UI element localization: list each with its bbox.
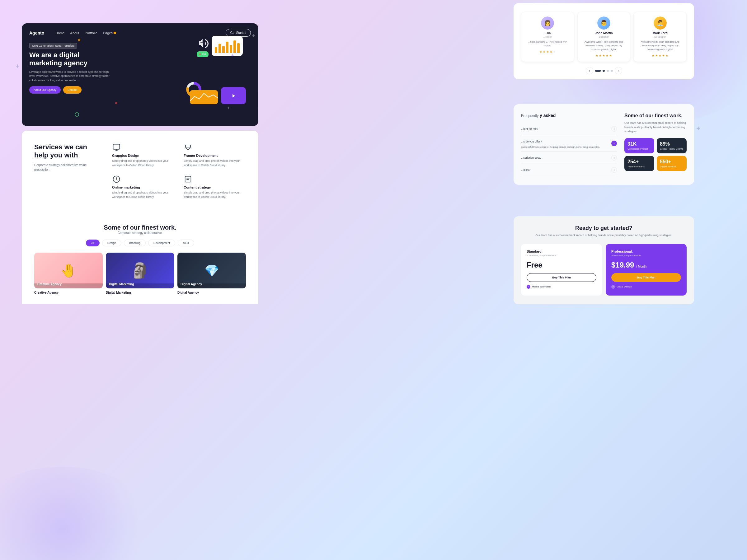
chart-bar-1 [215, 47, 217, 53]
nav-link-portfolio[interactable]: Portfolio [85, 31, 97, 35]
about-agency-button[interactable]: About Our Agency [29, 86, 61, 94]
testimonial-card-1: 👨 John Mortin Designer Awesome work! Hig… [577, 12, 630, 62]
hero-title: We are a digital marketing agency [29, 51, 110, 68]
service-item-framer: Framer Development Simply drag and drop … [184, 143, 246, 167]
nav-link-home[interactable]: Home [55, 31, 65, 35]
plan-buy-standard[interactable]: Buy This Plan [526, 273, 596, 282]
pricing-grid: Standard A beautiful, simple website. Fr… [521, 244, 687, 296]
faq-question-0: ...ight for me? [521, 127, 538, 130]
portfolio-label-1: Digital Marketing [106, 284, 174, 288]
hero-section: Agento Home About Portfolio Pages Get St… [22, 23, 258, 126]
hero-deco-dot [78, 39, 80, 42]
nav-logo: Agento [29, 30, 44, 35]
faq-question-2: ...scription cost? [521, 156, 541, 159]
faq-toggle-0[interactable]: + [611, 126, 617, 132]
portfolio-item-0[interactable]: 🤚 Creative Agency [34, 252, 103, 288]
reviewer-name-2: Mark Ford [638, 31, 682, 35]
stat-card-digital: 550+ Digital Product [657, 156, 687, 171]
portfolio-item-1[interactable]: 🗿 Digital Marketing [106, 252, 174, 288]
filter-tab-development[interactable]: Development [148, 240, 175, 246]
service-name-1: Framer Development [184, 154, 246, 157]
services-title-col: Services we can help you with Corporate … [34, 143, 103, 207]
carousel-dot-2[interactable] [607, 70, 609, 72]
portfolio-label-0: Creative Agency [34, 284, 103, 288]
marketing-icon [112, 175, 121, 184]
nav-link-about[interactable]: About [70, 31, 79, 35]
stat-card-clients: 89% Global Happy Clients [657, 138, 687, 153]
carousel-prev[interactable]: ‹ [586, 67, 593, 74]
stat-label-3: Digital Product [660, 165, 684, 168]
deco-plus-1: + [16, 62, 20, 70]
pricing-card-professional: Professional. A beautiful, simple websit… [606, 244, 687, 296]
wave-card [190, 90, 218, 104]
chart-card [212, 36, 243, 56]
carousel-dot-0[interactable] [595, 70, 601, 72]
heart-icon: ♥ [199, 53, 201, 56]
hero-description: Leverage agile frameworks to provide a r… [29, 70, 113, 83]
check-icon-standard-0: ✓ [526, 285, 531, 289]
faq-toggle-2[interactable]: + [611, 155, 617, 161]
reviewer-text-2: Awesome work! High standard and excellen… [638, 40, 682, 51]
carousel-next[interactable]: › [615, 67, 622, 74]
stat-number-3: 550+ [660, 159, 684, 165]
carousel-controls: ‹ › [521, 67, 687, 74]
pricing-card-standard: Standard A beautiful, simple website. Fr… [521, 244, 602, 296]
wave-graph [190, 90, 218, 104]
carousel-dot-3[interactable] [611, 70, 613, 72]
service-desc-1: Simply drag and drop photos videos into … [184, 159, 246, 167]
stars-0: ★ ★ ★ ★ ★ [526, 50, 570, 54]
faq-stats-section: Frequently y asked ...ight for me? + ...… [514, 104, 694, 185]
price-period: / Month [636, 265, 646, 268]
service-item-content: Content strategy Simply drag and drop ph… [184, 175, 246, 199]
carousel-dot-1[interactable] [602, 70, 605, 72]
stat-label-2: Team Members [627, 165, 651, 168]
filter-tab-design[interactable]: Design [102, 240, 121, 246]
reviewer-name-1: John Mortin [582, 31, 626, 35]
hero-deco-circle [75, 112, 79, 117]
services-desc: Corporate strategy collaborative value p… [34, 163, 103, 172]
faq-answer-1: successful track record of helping brand… [521, 144, 611, 149]
service-name-3: Content strategy [184, 185, 246, 189]
filter-tab-branding[interactable]: Branding [124, 240, 146, 246]
contact-button[interactable]: Contact [63, 86, 81, 94]
content-icon [184, 175, 192, 184]
reviewer-role-2: Developer [638, 35, 682, 38]
portfolio-title: Some of our finest work. [34, 224, 246, 231]
filter-tab-seo[interactable]: SEO [178, 240, 194, 246]
deco-plus-3: + [696, 125, 700, 133]
faq-toggle-3[interactable]: + [611, 167, 617, 173]
service-item-marketing: Online marketing Simply drag and drop ph… [112, 175, 174, 199]
graphics-icon [112, 143, 121, 152]
stat-number-0: 31K [627, 141, 651, 147]
chat-bubble: ♥ 150 [197, 51, 209, 57]
services-title: Services we can help you with [34, 143, 103, 160]
pricing-heading: Ready to get started? [521, 225, 687, 232]
stat-label-0: Completed Project [627, 148, 651, 150]
pricing-desc: Our team has a successful track record o… [521, 233, 687, 238]
service-item-graphics: Grapgics Design Simply drag and drop pho… [112, 143, 174, 167]
filter-tab-all[interactable]: All [86, 240, 100, 246]
faq-toggle-1[interactable]: × [611, 141, 617, 146]
reviewer-text-1: Awesome work! High standard and excellen… [582, 40, 626, 51]
service-desc-3: Simply drag and drop photos videos into … [184, 191, 246, 199]
plan-buy-professional[interactable]: Buy This Plan [611, 273, 681, 282]
testimonial-cards: 👩 ...na ...nager ...high standard y. The… [521, 12, 687, 62]
faq-item-3: ...olicy? + [521, 164, 617, 176]
hero-deco-dot3 [232, 54, 233, 56]
reviewer-name-0: ...na [526, 31, 570, 35]
nav-link-pages[interactable]: Pages [103, 31, 116, 35]
bg-decoration-bottom [0, 466, 156, 560]
stats-desc: Our team has a successful track record o… [624, 121, 687, 134]
hero-deco-star: ✦ [227, 105, 230, 110]
services-section: Services we can help you with Corporate … [22, 131, 258, 219]
testimonial-card-0: 👩 ...na ...nager ...high standard y. The… [521, 12, 574, 62]
testimonial-cards-container: 👩 ...na ...nager ...high standard y. The… [521, 12, 687, 62]
faq-question-1: ...s do you offer? [521, 140, 542, 143]
service-name-2: Online marketing [112, 185, 174, 189]
reviewer-role-1: Designer [582, 35, 626, 38]
stats-column: Some of our finest work. Our team has a … [624, 113, 687, 176]
portfolio-captions: Creative Agency Digital Marketing Digita… [34, 291, 246, 294]
hero-graphic: ♥ 150 [165, 33, 252, 107]
portfolio-item-2[interactable]: 💎 Digital Agency [177, 252, 246, 288]
chart-bar-6 [233, 41, 236, 53]
